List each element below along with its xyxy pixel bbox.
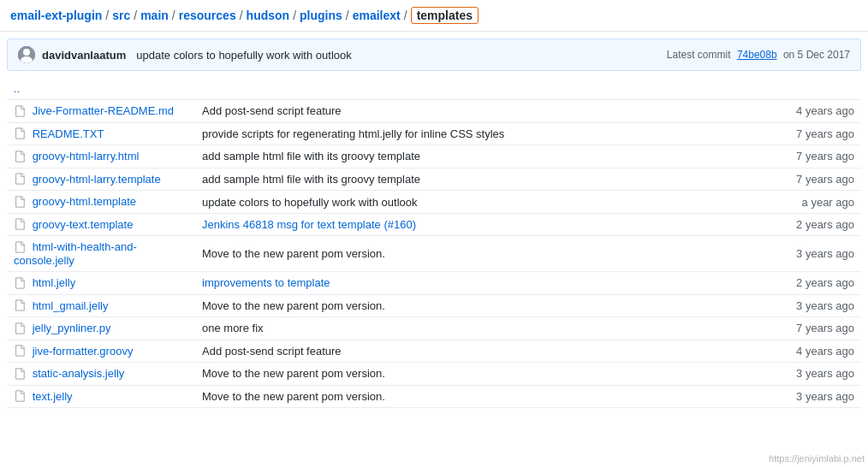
file-link[interactable]: groovy-html-larry.template: [33, 173, 161, 186]
commit-message-text: Move to the new parent pom version.: [202, 299, 385, 312]
table-row: groovy-html-larry.template add sample ht…: [7, 168, 861, 191]
file-icon: [14, 241, 26, 253]
breadcrumb-sep-4: /: [240, 9, 243, 22]
file-link[interactable]: groovy-text.template: [33, 218, 134, 231]
file-time: a year ago: [758, 191, 861, 214]
file-time: 3 years ago: [758, 236, 861, 272]
file-link[interactable]: README.TXT: [33, 127, 104, 140]
file-link[interactable]: text.jelly: [33, 390, 73, 403]
breadcrumb-hudson[interactable]: hudson: [247, 9, 290, 22]
table-row: README.TXT provide scripts for regenerat…: [7, 122, 861, 145]
file-icon: [14, 151, 26, 163]
file-icon: [14, 322, 26, 334]
commit-message-text: Add post-send script feature: [202, 104, 342, 117]
commit-label-prefix: Latest commit: [667, 49, 731, 61]
commit-message-text: add sample html file with its groovy tem…: [202, 173, 420, 186]
breadcrumb-current: templates: [411, 7, 479, 24]
table-row: html_gmail.jelly Move to the new parent …: [7, 294, 861, 317]
commit-message-link[interactable]: improvements to template: [202, 276, 330, 289]
breadcrumb-sep-1: /: [105, 9, 109, 22]
file-link[interactable]: groovy-html.template: [33, 195, 136, 208]
breadcrumb: email-ext-plugin / src / main / resource…: [0, 0, 868, 32]
file-icon: [14, 218, 26, 230]
commit-message: update colors to hopefully work with out…: [136, 49, 351, 62]
commit-message-text: provide scripts for regenerating html.je…: [202, 127, 504, 140]
table-row: jelly_pynliner.py one more fix7 years ag…: [7, 317, 861, 340]
file-link[interactable]: static-analysis.jelly: [33, 367, 125, 380]
commit-message-link[interactable]: Jenkins 46818 msg for text template (#16…: [202, 218, 416, 231]
commit-message-text: Add post-send script feature: [202, 345, 342, 358]
breadcrumb-main[interactable]: main: [140, 9, 169, 22]
file-icon: [14, 277, 26, 289]
breadcrumb-sep-2: /: [134, 9, 137, 22]
breadcrumb-sep-7: /: [404, 9, 407, 22]
file-time: 3 years ago: [758, 294, 861, 317]
commit-author-section: davidvanlaatum update colors to hopefull…: [18, 46, 352, 63]
file-icon: [14, 368, 26, 380]
table-row: groovy-text.template Jenkins 46818 msg f…: [7, 213, 861, 236]
commit-meta: Latest commit 74be08b on 5 Dec 2017: [667, 49, 850, 61]
breadcrumb-plugins[interactable]: plugins: [300, 9, 342, 22]
file-table: .. Jive-Formatter-README.md Add post-sen…: [7, 78, 861, 408]
table-row: static-analysis.jelly Move to the new pa…: [7, 363, 861, 386]
commit-hash[interactable]: 74be08b: [737, 49, 777, 61]
table-row: html-with-health-and-console.jelly Move …: [7, 236, 861, 272]
file-link[interactable]: html_gmail.jelly: [33, 299, 109, 312]
file-icon: [14, 127, 26, 139]
file-time: 4 years ago: [758, 340, 861, 363]
file-time: 3 years ago: [758, 363, 861, 386]
commit-message-text: update colors to hopefully work with out…: [202, 196, 417, 209]
file-time: 7 years ago: [758, 168, 861, 191]
table-row: Jive-Formatter-README.md Add post-send s…: [7, 100, 861, 123]
file-time: 2 years ago: [758, 271, 861, 294]
commit-message-text: add sample html file with its groovy tem…: [202, 150, 420, 163]
commit-message-text: Move to the new parent pom version.: [202, 390, 385, 403]
avatar: [18, 46, 35, 63]
breadcrumb-sep-3: /: [172, 9, 175, 22]
commit-date: on 5 Dec 2017: [783, 49, 850, 61]
file-time: 2 years ago: [758, 213, 861, 236]
file-link[interactable]: html.jelly: [33, 276, 76, 289]
table-row: groovy-html-larry.html add sample html f…: [7, 145, 861, 168]
file-link[interactable]: groovy-html-larry.html: [33, 150, 140, 163]
breadcrumb-resources[interactable]: resources: [179, 9, 236, 22]
svg-point-1: [23, 49, 30, 56]
commit-message-text: one more fix: [202, 322, 264, 334]
file-link[interactable]: Jive-Formatter-README.md: [33, 104, 174, 117]
table-row: groovy-html.template update colors to ho…: [7, 191, 861, 214]
table-row: jive-formatter.groovy Add post-send scri…: [7, 340, 861, 363]
parent-dir-link[interactable]: ..: [14, 82, 20, 95]
commit-bar: davidvanlaatum update colors to hopefull…: [7, 38, 861, 71]
breadcrumb-src[interactable]: src: [112, 9, 130, 22]
breadcrumb-emailext[interactable]: emailext: [353, 9, 401, 22]
file-icon: [14, 390, 26, 402]
file-icon: [14, 345, 26, 357]
commit-author-name[interactable]: davidvanlaatum: [42, 49, 126, 62]
table-row: html.jelly improvements to template2 yea…: [7, 271, 861, 294]
parent-dir-row: ..: [7, 78, 861, 100]
file-icon: [14, 105, 26, 117]
commit-message-text: Move to the new parent pom version.: [202, 247, 385, 260]
commit-message-text: Move to the new parent pom version.: [202, 367, 385, 380]
breadcrumb-sep-6: /: [346, 9, 349, 22]
table-row: text.jelly Move to the new parent pom ve…: [7, 385, 861, 408]
file-link[interactable]: html-with-health-and-console.jelly: [14, 240, 137, 267]
file-icon: [14, 173, 26, 185]
breadcrumb-sep-5: /: [293, 9, 296, 22]
file-time: 7 years ago: [758, 122, 861, 145]
file-time: 7 years ago: [758, 145, 861, 168]
file-time: 3 years ago: [758, 385, 861, 408]
file-time: 7 years ago: [758, 317, 861, 340]
file-link[interactable]: jive-formatter.groovy: [33, 345, 134, 358]
file-icon: [14, 299, 26, 311]
breadcrumb-email-ext-plugin[interactable]: email-ext-plugin: [10, 9, 102, 22]
file-time: 4 years ago: [758, 100, 861, 123]
file-icon: [14, 196, 26, 208]
file-link[interactable]: jelly_pynliner.py: [33, 322, 111, 334]
